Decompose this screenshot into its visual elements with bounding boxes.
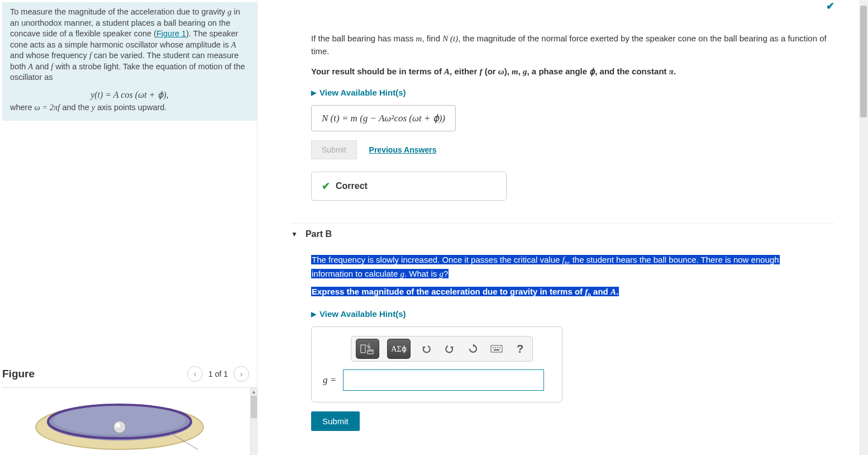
- qtext: . What is: [404, 269, 440, 278]
- keyboard-icon: [490, 345, 503, 353]
- var-g: g: [523, 67, 527, 76]
- svg-rect-7: [361, 345, 365, 353]
- greek-letters-button[interactable]: ΑΣϕ: [387, 339, 411, 359]
- part-a-answer-display: N (t) = m (g − Aω²cos (ωt + ϕ)): [311, 105, 456, 131]
- hints-label: View Available Hint(s): [319, 88, 406, 97]
- var-g: g: [227, 7, 231, 16]
- qtext: The frequency is slowly increased. Once …: [312, 255, 562, 264]
- scroll-thumb[interactable]: [251, 396, 257, 418]
- var-g: g: [439, 269, 443, 278]
- intro-text: To measure the magnitude of the accelera…: [10, 7, 227, 16]
- qtext: If the ball bearing has mass: [311, 34, 416, 43]
- var-A: A: [444, 67, 450, 76]
- reset-button[interactable]: [465, 339, 481, 359]
- undo-button[interactable]: [418, 339, 434, 359]
- part-a-question: If the ball bearing has mass m, find N (…: [311, 32, 834, 58]
- answer-entry-box: x√ ΑΣϕ ?: [311, 326, 562, 402]
- equation-of-motion: y(t) = A cos (ωt + ϕ),: [10, 89, 249, 101]
- var-phi: ϕ: [589, 67, 595, 76]
- itext: , and the constant: [595, 67, 669, 76]
- var-N-t: N (t): [442, 34, 458, 43]
- itext: , either: [450, 67, 479, 76]
- part-a-instruction: Your result should be in terms of A, eit…: [311, 65, 834, 78]
- itext: , a phase angle: [527, 67, 590, 76]
- scroll-up-arrow-icon[interactable]: ▲: [251, 388, 257, 396]
- figure-link[interactable]: Figure 1: [156, 29, 186, 38]
- reset-icon: [468, 344, 478, 354]
- templates-button[interactable]: x√: [356, 339, 379, 359]
- figure-scrollbar[interactable]: ▲: [250, 388, 257, 455]
- left-column: To measure the magnitude of the accelera…: [0, 0, 257, 455]
- help-button[interactable]: ?: [512, 339, 528, 359]
- check-icon: ✔: [826, 0, 834, 12]
- figure-title: Figure: [2, 368, 35, 380]
- itext: (or: [482, 67, 498, 76]
- feedback-correct-box: ✔ Correct: [311, 172, 507, 201]
- feedback-text: Correct: [336, 181, 368, 191]
- var-A: A: [28, 62, 33, 71]
- highlighted-text: Express the magnitude of the acceleratio…: [311, 287, 619, 296]
- omega-eq: ω = 2πf: [35, 103, 60, 112]
- where-text: and the: [60, 103, 91, 112]
- problem-intro-box: To measure the magnitude of the accelera…: [2, 2, 257, 121]
- caret-down-icon: ▼: [291, 230, 298, 238]
- part-b-header[interactable]: ▼ Part B: [291, 223, 834, 239]
- where-text: axis points upward.: [95, 103, 166, 112]
- figure-canvas: ▲: [2, 388, 257, 455]
- speaker-cone-figure: [2, 388, 237, 455]
- qtext: ?: [443, 269, 448, 278]
- svg-rect-16: [494, 349, 499, 350]
- content-body: If the ball bearing has mass m, find N (…: [274, 16, 834, 431]
- svg-rect-11: [491, 345, 502, 352]
- previous-answers-link[interactable]: Previous Answers: [369, 145, 437, 154]
- keyboard-button[interactable]: [489, 339, 504, 359]
- part-a-button-row: Submit Previous Answers: [311, 140, 834, 159]
- templates-icon: x√: [360, 343, 375, 354]
- highlighted-text: The frequency is slowly increased. Once …: [311, 255, 780, 264]
- itext: .: [616, 287, 618, 296]
- itext: and: [591, 287, 611, 296]
- redo-button[interactable]: [442, 339, 457, 359]
- itext: .: [674, 67, 676, 76]
- intro-text: and whose frequency: [10, 51, 89, 60]
- part-b-title: Part B: [306, 229, 332, 239]
- svg-point-12: [493, 347, 494, 348]
- var-pi: π: [669, 67, 674, 76]
- submit-button-disabled: Submit: [311, 140, 357, 159]
- var-fb: fb: [562, 255, 568, 264]
- submit-button[interactable]: Submit: [311, 411, 360, 431]
- qtext: , find: [422, 34, 442, 43]
- svg-point-13: [495, 347, 496, 348]
- svg-point-14: [497, 347, 498, 348]
- main-scrollbar[interactable]: [859, 0, 868, 455]
- answer-input[interactable]: [343, 369, 544, 391]
- svg-text:√: √: [366, 343, 370, 349]
- itext: Express the magnitude of the acceleratio…: [312, 287, 585, 296]
- itext: ),: [504, 67, 512, 76]
- figure-section: Figure ‹ 1 of 1 › ▲: [2, 361, 257, 455]
- var-A: A: [611, 287, 616, 296]
- answer-label: g =: [323, 375, 336, 386]
- hints-toggle-b[interactable]: View Available Hint(s): [311, 309, 834, 319]
- itext: Your result should be in terms of: [311, 67, 444, 76]
- page-root: To measure the magnitude of the accelera…: [0, 0, 868, 455]
- hints-label: View Available Hint(s): [319, 309, 406, 319]
- hints-toggle-a[interactable]: View Available Hint(s): [311, 88, 834, 97]
- undo-icon: [421, 344, 431, 354]
- var-g: g: [400, 269, 404, 278]
- svg-point-15: [499, 347, 500, 348]
- var-m: m: [512, 67, 518, 76]
- figure-next-button[interactable]: ›: [233, 366, 249, 382]
- where-text: where: [10, 103, 35, 112]
- figure-prev-button[interactable]: ‹: [187, 366, 203, 382]
- main-scroll-thumb[interactable]: [860, 6, 867, 117]
- var-A: A: [231, 40, 236, 49]
- svg-rect-9: [368, 351, 373, 354]
- check-icon: ✔: [322, 180, 330, 192]
- qtext: , the student hears the ball bounce. The…: [567, 255, 779, 264]
- redo-icon: [445, 344, 455, 354]
- figure-nav: ‹ 1 of 1 ›: [187, 366, 249, 382]
- qtext: information to calculate: [312, 269, 400, 278]
- part-a-status-row: ✔: [274, 0, 834, 16]
- part-b-instruction: Express the magnitude of the acceleratio…: [311, 287, 834, 298]
